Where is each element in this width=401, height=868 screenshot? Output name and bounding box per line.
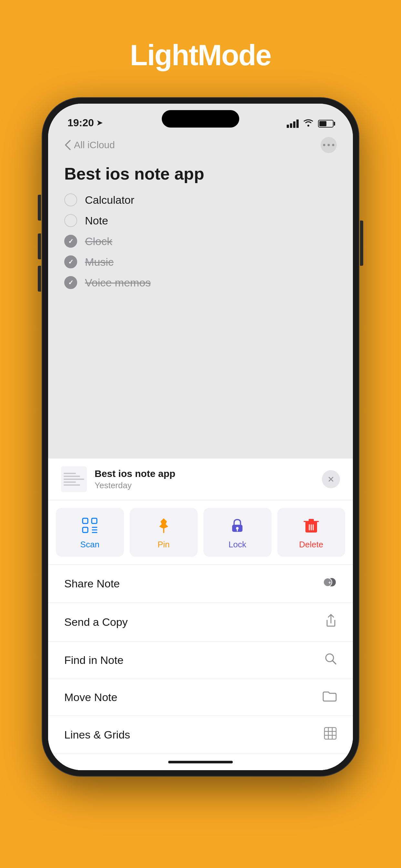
checklist-label-2: Clock	[85, 235, 112, 248]
checklist-item-0: Calculator	[64, 193, 337, 206]
note-preview-date: Yesterday	[95, 480, 314, 491]
checklist: Calculator Note Clock Music	[64, 193, 337, 289]
checklist-item-2: Clock	[64, 235, 337, 248]
share-icon	[325, 614, 337, 630]
home-indicator	[48, 754, 353, 770]
svg-rect-4	[92, 518, 97, 523]
svg-point-0	[323, 144, 326, 146]
send-copy-label: Send a Copy	[64, 616, 128, 628]
page-background: LightMode 19:20 ➤	[0, 0, 401, 868]
checkbox-4[interactable]	[64, 276, 77, 289]
delete-label: Delete	[299, 539, 323, 550]
phone-screen: 19:20 ➤	[48, 104, 353, 770]
checkbox-1[interactable]	[64, 214, 77, 227]
checkbox-0[interactable]	[64, 193, 77, 206]
note-preview-info: Best ios note app Yesterday	[95, 468, 314, 491]
checklist-item-1: Note	[64, 214, 337, 227]
delete-button[interactable]: Delete	[277, 508, 345, 557]
bottom-sheet: Best ios note app Yesterday	[48, 459, 353, 770]
back-label: All iCloud	[74, 140, 115, 151]
svg-line-24	[333, 661, 336, 664]
nav-bar: All iCloud	[48, 133, 353, 157]
lines-grids-label: Lines & Grids	[64, 728, 130, 741]
lock-icon	[229, 517, 246, 535]
move-note-item[interactable]: Move Note	[48, 679, 353, 716]
note-preview-row: Best ios note app Yesterday	[48, 459, 353, 500]
svg-point-2	[332, 144, 335, 146]
find-in-note-item[interactable]: Find in Note	[48, 642, 353, 679]
pin-icon	[155, 517, 172, 535]
scan-button[interactable]: Scan	[56, 508, 124, 557]
delete-icon	[303, 517, 320, 535]
lock-button[interactable]: Lock	[204, 508, 272, 557]
checklist-label-3: Music	[85, 256, 114, 268]
pin-label: Pin	[158, 539, 170, 550]
folder-icon	[322, 690, 337, 705]
share-collab-icon: +	[322, 576, 337, 592]
checklist-label-0: Calculator	[85, 194, 134, 206]
pin-button[interactable]: Pin	[130, 508, 198, 557]
share-note-label: Share Note	[64, 578, 120, 590]
checkbox-3[interactable]	[64, 255, 77, 268]
phone-frame: 19:20 ➤	[42, 98, 359, 776]
search-icon	[325, 653, 337, 668]
grid-icon	[324, 727, 337, 743]
dynamic-island	[162, 110, 239, 128]
checklist-label-4: Voice memos	[85, 276, 151, 289]
wifi-icon	[303, 118, 313, 129]
svg-rect-15	[309, 519, 314, 522]
status-time: 19:20 ➤	[67, 117, 102, 129]
note-content: Best ios note app Calculator Note Clock	[48, 157, 353, 459]
scan-label: Scan	[81, 539, 99, 550]
note-thumbnail	[61, 466, 87, 492]
share-note-item[interactable]: Share Note +	[48, 565, 353, 603]
checklist-item-3: Music	[64, 255, 337, 268]
svg-text:+: +	[328, 580, 331, 585]
page-title: LightMode	[130, 39, 271, 72]
back-button[interactable]: All iCloud	[64, 139, 115, 151]
find-in-note-label: Find in Note	[64, 654, 123, 666]
more-button[interactable]	[320, 137, 337, 153]
close-button[interactable]	[322, 470, 340, 488]
signal-bars-icon	[287, 120, 299, 128]
home-bar	[168, 761, 233, 764]
status-icons	[287, 118, 334, 129]
scan-icon	[81, 517, 98, 535]
send-copy-item[interactable]: Send a Copy	[48, 603, 353, 642]
note-preview-title: Best ios note app	[95, 468, 314, 479]
svg-rect-25	[325, 727, 336, 739]
lines-grids-item[interactable]: Lines & Grids	[48, 716, 353, 754]
checklist-item-4: Voice memos	[64, 276, 337, 289]
svg-rect-5	[83, 527, 88, 532]
lock-label: Lock	[228, 539, 246, 550]
battery-icon	[318, 120, 334, 128]
svg-point-1	[328, 144, 330, 146]
move-note-label: Move Note	[64, 691, 117, 704]
action-buttons-row: Scan Pin	[48, 500, 353, 565]
note-title: Best ios note app	[64, 164, 337, 184]
svg-rect-3	[83, 518, 88, 523]
checkbox-2[interactable]	[64, 235, 77, 248]
checklist-label-1: Note	[85, 214, 108, 227]
location-icon: ➤	[96, 119, 102, 127]
